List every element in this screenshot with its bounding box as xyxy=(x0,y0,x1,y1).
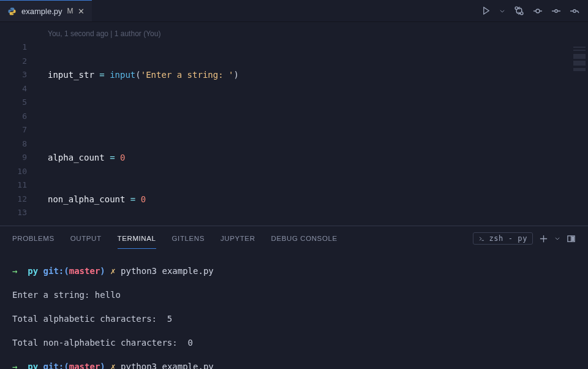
split-panel-icon[interactable] xyxy=(567,234,576,243)
run-dropdown-icon[interactable] xyxy=(499,8,505,14)
python-file-icon xyxy=(7,7,17,16)
git-graph-icon[interactable] xyxy=(570,6,579,16)
tab-close-button[interactable]: ✕ xyxy=(78,7,85,16)
line-number: 9 xyxy=(0,151,33,165)
gitlens-blame-annotation: You, 1 second ago | 1 author (You) xyxy=(48,27,160,41)
code-content[interactable]: input_str = input('Enter a string: ') al… xyxy=(37,27,588,226)
line-number: 12 xyxy=(0,192,33,207)
line-number: 1 xyxy=(0,40,33,55)
terminal-output[interactable]: → py git:(master) ✗ python3 example.py E… xyxy=(0,251,588,369)
line-number-gutter: 1 2 3 4 5 6 7 8 9 10 11 12 13 xyxy=(0,27,33,220)
tab-filename: example.py xyxy=(21,7,62,16)
svg-point-2 xyxy=(536,9,540,13)
git-commit-icon[interactable] xyxy=(533,6,543,16)
line-number: 3 xyxy=(0,68,33,82)
line-number: 10 xyxy=(0,165,33,179)
tab-modified-badge: M xyxy=(67,7,73,15)
shell-label: zsh - py xyxy=(489,234,527,243)
tab-gitlens[interactable]: GITLENS xyxy=(172,229,205,248)
line-number: 4 xyxy=(0,82,33,96)
line-number: 6 xyxy=(0,110,33,124)
tab-bar: example.py M ✕ xyxy=(0,0,588,22)
tab-debug-console[interactable]: DEBUG CONSOLE xyxy=(271,229,337,248)
line-number: 5 xyxy=(0,96,33,110)
line-number: 8 xyxy=(0,137,33,151)
svg-rect-6 xyxy=(571,236,574,241)
terminal-shell-select[interactable]: zsh - py xyxy=(473,232,533,245)
tab-terminal[interactable]: TERMINAL xyxy=(118,229,156,249)
editor-actions xyxy=(481,0,588,21)
panel-actions: zsh - py xyxy=(473,232,576,245)
line-number: 2 xyxy=(0,55,33,69)
line-number: 13 xyxy=(0,206,33,220)
svg-point-4 xyxy=(573,9,576,12)
bottom-panel: PROBLEMS OUTPUT TERMINAL GITLENS JUPYTER… xyxy=(0,226,588,369)
line-number: 11 xyxy=(0,178,33,192)
editor-tab[interactable]: example.py M ✕ xyxy=(0,0,92,21)
line-number: 7 xyxy=(0,123,33,137)
panel-tabs: PROBLEMS OUTPUT TERMINAL GITLENS JUPYTER… xyxy=(0,226,588,251)
tab-problems[interactable]: PROBLEMS xyxy=(12,229,55,248)
terminal-split-dropdown-icon[interactable] xyxy=(554,235,560,242)
git-commit-alt-icon[interactable] xyxy=(551,6,561,16)
svg-point-3 xyxy=(555,9,557,12)
code-editor[interactable]: You, 1 second ago | 1 author (You) 1 2 3… xyxy=(0,22,588,226)
tab-jupyter[interactable]: JUPYTER xyxy=(221,229,255,248)
tab-output[interactable]: OUTPUT xyxy=(70,229,102,248)
new-terminal-icon[interactable] xyxy=(539,234,548,243)
git-compare-icon[interactable] xyxy=(514,6,524,16)
run-icon[interactable] xyxy=(481,6,491,15)
